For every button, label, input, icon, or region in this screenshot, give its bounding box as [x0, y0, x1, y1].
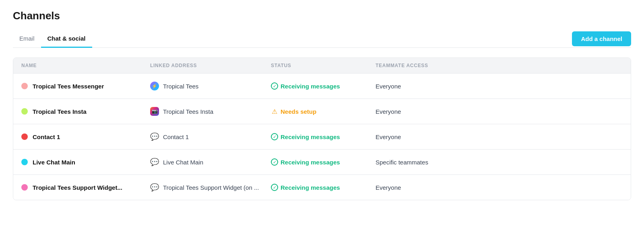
col-linked: LINKED ADDRESS	[150, 63, 271, 68]
status-label: Needs setup	[281, 108, 316, 115]
col-access: TEAMMATE ACCESS	[376, 63, 623, 68]
channel-name-text: Tropical Tees Support Widget...	[33, 184, 122, 191]
teammate-access: Everyone	[376, 83, 623, 90]
linked-address: 💬 Tropical Tees Support Widget (on ...	[150, 183, 271, 192]
linked-address-text: Tropical Tees	[163, 83, 198, 90]
status-label: Receiving messages	[281, 184, 340, 191]
instagram-icon: 📷	[150, 107, 159, 116]
channel-status: ⚠ Needs setup	[271, 108, 376, 115]
teammate-access: Everyone	[376, 108, 623, 115]
channel-name: Tropical Tees Support Widget...	[21, 184, 150, 191]
page-title: Channels	[13, 10, 631, 22]
status-check-icon: ✓	[271, 133, 278, 140]
status-label: Receiving messages	[281, 83, 340, 90]
channel-name-text: Contact 1	[33, 133, 60, 140]
linked-address: 📷 Tropical Tees Insta	[150, 107, 271, 116]
linked-address-text: Tropical Tees Insta	[163, 108, 213, 115]
channel-status: ✓ Receiving messages	[271, 158, 376, 166]
status-warn-icon: ⚠	[271, 108, 278, 115]
channel-name: Tropical Tees Messenger	[21, 83, 150, 90]
channels-table: NAME LINKED ADDRESS STATUS TEAMMATE ACCE…	[13, 57, 631, 200]
tabs-header: Email Chat & social Add a channel	[13, 30, 631, 48]
messenger-icon	[150, 82, 159, 90]
tab-chat-social[interactable]: Chat & social	[41, 30, 92, 48]
teammate-access: Specific teammates	[376, 159, 623, 166]
channel-name-text: Live Chat Main	[33, 159, 75, 166]
channel-status: ✓ Receiving messages	[271, 184, 376, 191]
status-dot	[21, 133, 28, 140]
chat-icon: 💬	[150, 183, 159, 192]
status-dot	[21, 159, 28, 165]
channel-name-text: Tropical Tees Insta	[33, 108, 87, 115]
linked-address: 💬 Live Chat Main	[150, 158, 271, 166]
chat-icon: 💬	[150, 132, 159, 141]
table-row[interactable]: Tropical Tees Insta 📷 Tropical Tees Inst…	[13, 99, 631, 124]
table-row[interactable]: Tropical Tees Messenger Tropical Tees ✓ …	[13, 73, 631, 99]
tabs-container: Email Chat & social	[13, 30, 92, 47]
status-label: Receiving messages	[281, 159, 340, 166]
status-dot	[21, 108, 28, 115]
col-status: STATUS	[271, 63, 376, 68]
channel-name: Live Chat Main	[21, 159, 150, 166]
col-name: NAME	[21, 63, 150, 68]
channel-status: ✓ Receiving messages	[271, 133, 376, 140]
linked-address: 💬 Contact 1	[150, 132, 271, 141]
channel-name: Tropical Tees Insta	[21, 108, 150, 115]
status-check-icon: ✓	[271, 158, 278, 166]
table-row[interactable]: Contact 1 💬 Contact 1 ✓ Receiving messag…	[13, 124, 631, 149]
linked-address-text: Live Chat Main	[163, 159, 203, 166]
table-row[interactable]: Live Chat Main 💬 Live Chat Main ✓ Receiv…	[13, 149, 631, 174]
add-channel-button[interactable]: Add a channel	[572, 31, 631, 46]
status-label: Receiving messages	[281, 133, 340, 140]
teammate-access: Everyone	[376, 133, 623, 140]
teammate-access: Everyone	[376, 184, 623, 191]
tab-email[interactable]: Email	[13, 30, 41, 48]
channel-name: Contact 1	[21, 133, 150, 140]
channel-status: ✓ Receiving messages	[271, 82, 376, 90]
status-check-icon: ✓	[271, 82, 278, 90]
status-check-icon: ✓	[271, 184, 278, 191]
linked-address: Tropical Tees	[150, 82, 271, 90]
status-dot	[21, 83, 28, 89]
channel-name-text: Tropical Tees Messenger	[33, 83, 104, 90]
status-dot	[21, 184, 28, 191]
linked-address-text: Tropical Tees Support Widget (on ...	[163, 184, 259, 191]
table-header: NAME LINKED ADDRESS STATUS TEAMMATE ACCE…	[13, 58, 631, 73]
chat-icon: 💬	[150, 158, 159, 166]
table-row[interactable]: Tropical Tees Support Widget... 💬 Tropic…	[13, 174, 631, 200]
linked-address-text: Contact 1	[163, 133, 189, 140]
